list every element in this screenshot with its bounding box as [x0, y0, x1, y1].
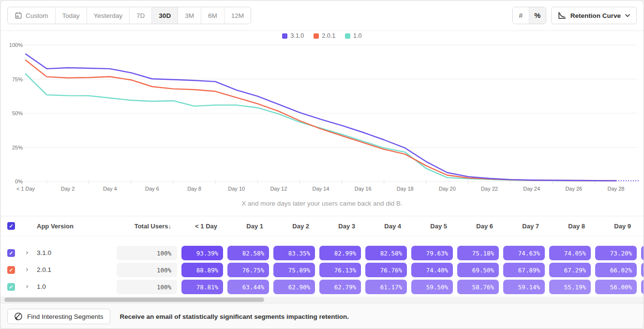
column-header-day: Day 4: [365, 216, 407, 236]
toolbar: CustomTodayYesterday7D30D3M6M12M #% Rete…: [0, 0, 644, 31]
legend-label: 3.1.0: [290, 32, 304, 39]
retention-cell[interactable]: 75.89%: [273, 263, 315, 277]
retention-cell[interactable]: 75.18%: [457, 246, 499, 260]
x-axis-label: Day 12: [270, 186, 287, 192]
y-axis-label: 75%: [12, 76, 23, 82]
row-checkbox[interactable]: ✓: [7, 266, 15, 274]
x-axis-label: Day 8: [187, 186, 201, 192]
retention-cell-partial: [641, 263, 644, 277]
x-axis-label: Day 20: [439, 186, 456, 192]
retention-cell[interactable]: 66.02%: [595, 263, 637, 277]
range-button-label: 7D: [136, 12, 145, 19]
retention-curve-icon: [558, 12, 566, 19]
legend-item-2.0.1[interactable]: 2.0.1: [314, 32, 335, 39]
retention-cell[interactable]: 74.63%: [503, 246, 545, 260]
range-button-label: 3M: [185, 12, 194, 19]
column-header-day: Day 6: [457, 216, 499, 236]
total-users-label: Total Users: [135, 223, 168, 230]
x-axis-label: Day 28: [608, 186, 625, 192]
retention-cell[interactable]: 82.58%: [365, 246, 407, 260]
chart-legend: 3.1.02.0.11.0: [0, 32, 644, 39]
retention-cell[interactable]: 74.40%: [411, 263, 453, 277]
horizontal-scrollbar-thumb[interactable]: [4, 298, 264, 302]
range-button-custom[interactable]: Custom: [8, 7, 56, 24]
x-axis-label: Day 4: [103, 186, 117, 192]
retention-cell[interactable]: 63.44%: [227, 280, 269, 294]
x-axis-label: Day 16: [355, 186, 372, 192]
retention-cell[interactable]: 59.14%: [503, 280, 545, 294]
range-button-label: Custom: [26, 12, 48, 19]
range-button-12m[interactable]: 12M: [225, 7, 251, 24]
retention-cell[interactable]: 76.75%: [227, 263, 269, 277]
row-checkbox[interactable]: ✓: [7, 283, 15, 291]
column-header-day: Day 8: [549, 216, 591, 236]
range-button-30d[interactable]: 30D: [152, 7, 178, 24]
retention-cell[interactable]: 62.90%: [273, 280, 315, 294]
retention-cell[interactable]: 78.81%: [181, 280, 223, 294]
column-header-app-version: App Version: [37, 216, 74, 236]
x-axis-label: Day 24: [523, 186, 540, 192]
y-axis-label: 25%: [12, 145, 23, 150]
retention-cell[interactable]: 67.29%: [549, 263, 591, 277]
row-checkbox[interactable]: ✓: [7, 249, 15, 257]
retention-cell[interactable]: 76.13%: [319, 263, 361, 277]
retention-cell[interactable]: 58.76%: [457, 280, 499, 294]
retention-cell[interactable]: 93.39%: [181, 246, 223, 260]
retention-cell[interactable]: 74.05%: [549, 246, 591, 260]
sort-down-icon: ↓: [168, 223, 172, 230]
table-row-3.1.0: ✓›3.1.0100%93.39%82.58%83.35%82.99%82.58…: [0, 246, 644, 260]
x-axis-label: Day 14: [313, 186, 329, 192]
retention-cell[interactable]: 69.50%: [457, 263, 499, 277]
retention-cell[interactable]: 62.79%: [319, 280, 361, 294]
series-line-3.1.0: [26, 54, 616, 181]
retention-cell[interactable]: 67.89%: [503, 263, 545, 277]
expand-chevron-right-icon[interactable]: ›: [26, 283, 29, 290]
date-range-group: CustomTodayYesterday7D30D3M6M12M: [7, 7, 251, 24]
range-button-7d[interactable]: 7D: [130, 7, 152, 24]
range-button-today[interactable]: Today: [56, 7, 87, 24]
select-all-checkbox[interactable]: ✓: [7, 222, 15, 230]
range-button-3m[interactable]: 3M: [178, 7, 201, 24]
retention-cell[interactable]: 83.35%: [273, 246, 315, 260]
range-button-6m[interactable]: 6M: [201, 7, 225, 24]
range-button-label: Yesterday: [94, 12, 123, 19]
horizontal-scrollbar-track[interactable]: [0, 297, 644, 303]
column-header-day: Day 1: [227, 216, 269, 236]
legend-swatch: [282, 33, 287, 39]
total-users-cell: 100%: [117, 246, 177, 260]
chevron-down-icon: [625, 14, 630, 17]
retention-cell[interactable]: 59.50%: [411, 280, 453, 294]
range-button-label: 12M: [231, 12, 244, 19]
retention-cell[interactable]: 61.17%: [365, 280, 407, 294]
chart-type-dropdown[interactable]: Retention Curve: [551, 7, 637, 24]
column-header-day: < 1 Day: [181, 216, 223, 236]
retention-cell[interactable]: 55.19%: [549, 280, 591, 294]
column-header-day: Day 9: [595, 216, 637, 236]
range-button-label: 6M: [208, 12, 217, 19]
expand-chevron-right-icon[interactable]: ›: [26, 249, 29, 256]
total-users-cell: 100%: [117, 263, 177, 277]
toggle-percentages[interactable]: %: [529, 7, 546, 24]
toggle-absolute-numbers[interactable]: #: [513, 7, 529, 24]
app-version-label: 3.1.0: [37, 249, 51, 256]
total-users-cell: 100%: [117, 280, 177, 294]
table-row-1.0: ✓›1.0100%78.81%63.44%62.90%62.79%61.17%5…: [0, 280, 644, 294]
legend-swatch: [314, 33, 319, 39]
retention-cell[interactable]: 79.63%: [411, 246, 453, 260]
legend-item-3.1.0[interactable]: 3.1.0: [282, 32, 304, 39]
retention-cell[interactable]: 76.76%: [365, 263, 407, 277]
table-row-2.0.1: ✓›2.0.1100%88.89%76.75%75.89%76.13%76.76…: [0, 263, 644, 277]
find-interesting-segments-button[interactable]: Find Interesting Segments: [7, 309, 110, 324]
y-axis-label: 0%: [15, 179, 23, 184]
column-header-total-users[interactable]: Total Users ↓: [117, 216, 171, 236]
retention-cell[interactable]: 82.99%: [319, 246, 361, 260]
retention-cell[interactable]: 56.00%: [595, 280, 637, 294]
retention-cell[interactable]: 73.20%: [595, 246, 637, 260]
legend-item-1.0[interactable]: 1.0: [345, 32, 361, 39]
toolbar-right-controls: #% Retention Curve: [512, 7, 637, 24]
retention-cell[interactable]: 82.58%: [227, 246, 269, 260]
series-line-1.0: [26, 74, 616, 181]
expand-chevron-right-icon[interactable]: ›: [26, 266, 29, 273]
retention-cell[interactable]: 88.89%: [181, 263, 223, 277]
range-button-yesterday[interactable]: Yesterday: [87, 7, 130, 24]
